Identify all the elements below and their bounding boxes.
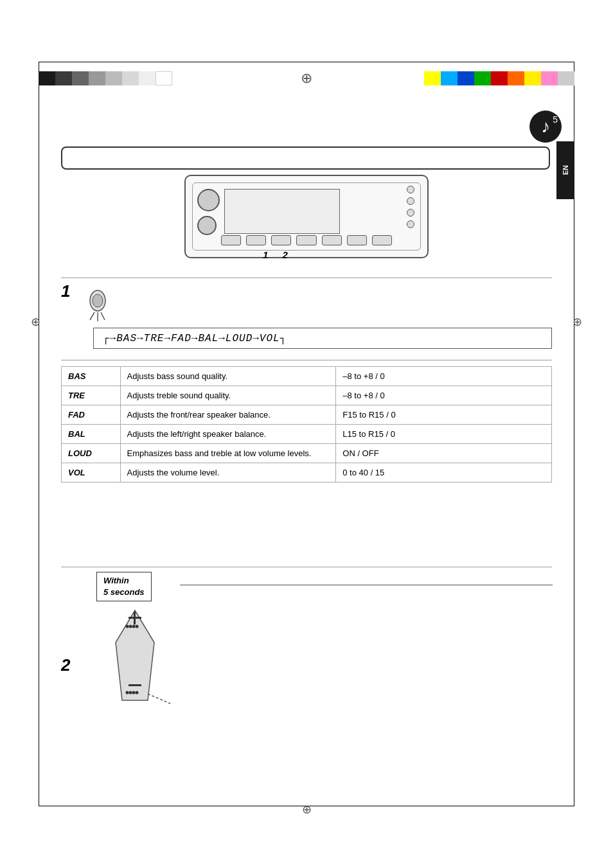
swatch-gray	[72, 71, 89, 85]
svg-point-1	[93, 294, 103, 307]
table-cell-range-tre: –8 to +8 / 0	[336, 386, 552, 405]
device-bottom-buttons	[221, 235, 392, 245]
swatch-white	[155, 71, 172, 85]
swatch-black	[39, 71, 55, 85]
color-bar: ⊕	[39, 69, 574, 87]
settings-table: BAS Adjusts bass sound quality. –8 to +8…	[61, 366, 552, 483]
device-btn-3	[407, 209, 414, 217]
arrow-sequence: ┌→BAS→TRE→FAD→BAL→LOUD→VOL┐	[93, 328, 552, 349]
swatch-pink	[541, 71, 558, 85]
device-screen	[224, 189, 340, 234]
device-btn-4	[407, 220, 414, 228]
color-bar-right	[424, 71, 574, 85]
table-row: LOUD Emphasizes bass and treble at low v…	[62, 444, 552, 463]
table-cell-desc-fad: Adjusts the front/rear speaker balance.	[120, 405, 336, 425]
device-label-1: 1	[263, 249, 268, 260]
svg-point-14	[129, 691, 132, 695]
table-cell-desc-bal: Adjusts the left/right speaker balance.	[120, 425, 336, 444]
swatch-light-gray	[105, 71, 122, 85]
device-labels: 1 2	[263, 249, 299, 260]
svg-point-15	[132, 691, 136, 695]
table-row: FAD Adjusts the front/rear speaker balan…	[62, 405, 552, 425]
table-row: BAS Adjusts bass sound quality. –8 to +8…	[62, 367, 552, 386]
swatch-red	[491, 71, 508, 85]
callout-line1: Within	[103, 575, 145, 587]
hr-1	[61, 278, 552, 278]
page-border-left	[39, 62, 39, 806]
svg-point-8	[126, 625, 129, 628]
step1-hand-icon	[80, 288, 116, 326]
device-btn-1	[407, 186, 414, 193]
table-row: VOL Adjusts the volume level. 0 to 40 / …	[62, 463, 552, 483]
svg-rect-7	[134, 612, 136, 624]
swatch-mid-gray	[89, 71, 105, 85]
swatch-yellow	[424, 71, 441, 85]
within-seconds-callout: Within 5 seconds	[96, 572, 152, 601]
swatch-bright-yellow	[524, 71, 541, 85]
swatch-green	[474, 71, 491, 85]
callout-line2: 5 seconds	[103, 587, 145, 598]
step2-number: 2	[61, 655, 70, 675]
device-knob-1	[197, 189, 220, 211]
table-cell-range-loud: ON / OFF	[336, 444, 552, 463]
page-border-top	[39, 62, 574, 62]
svg-line-4	[101, 312, 105, 320]
table-cell-range-fad: F15 to R15 / 0	[336, 405, 552, 425]
swatch-lighter-gray	[122, 71, 139, 85]
swatch-gray2	[558, 71, 574, 85]
table-cell-range-bas: –8 to +8 / 0	[336, 367, 552, 386]
table-cell-setting-vol: VOL	[62, 463, 121, 483]
device-illustration: 1 2	[116, 175, 497, 271]
swatch-near-white	[139, 71, 155, 85]
dev-btn-d	[296, 235, 316, 245]
right-crosshair: ⊕	[573, 315, 582, 329]
hr-3	[61, 567, 552, 567]
bottom-center-crosshair: ⊕	[302, 802, 312, 817]
dev-btn-a	[221, 235, 241, 245]
swatch-orange	[508, 71, 524, 85]
dev-btn-c	[271, 235, 291, 245]
left-crosshair: ⊕	[31, 315, 40, 329]
table-cell-desc-vol: Adjusts the volume level.	[120, 463, 336, 483]
knob-svg	[96, 604, 173, 707]
table-cell-range-bal: L15 to R15 / 0	[336, 425, 552, 444]
table-cell-setting-loud: LOUD	[62, 444, 121, 463]
hr-2	[61, 360, 552, 360]
swatch-dark-gray	[55, 71, 72, 85]
table-row: BAL Adjusts the left/right speaker balan…	[62, 425, 552, 444]
swatch-cyan-blue	[441, 71, 458, 85]
svg-point-9	[129, 625, 132, 628]
table-cell-range-vol: 0 to 40 / 15	[336, 463, 552, 483]
callout-line	[180, 585, 553, 585]
table-cell-desc-bas: Adjusts bass sound quality.	[120, 367, 336, 386]
device-box: 1 2	[184, 175, 429, 258]
center-crosshair: ⊕	[301, 70, 312, 87]
svg-line-17	[148, 694, 170, 704]
volume-knob-illustration	[96, 604, 173, 709]
svg-line-2	[90, 312, 94, 320]
table-row: TRE Adjusts treble sound quality. –8 to …	[62, 386, 552, 405]
svg-point-16	[136, 691, 139, 695]
svg-point-10	[132, 625, 136, 628]
settings-table-element: BAS Adjusts bass sound quality. –8 to +8…	[61, 366, 552, 483]
step1-number: 1	[61, 281, 70, 301]
dev-btn-e	[322, 235, 342, 245]
table-cell-desc-loud: Emphasizes bass and treble at low volume…	[120, 444, 336, 463]
device-buttons	[407, 186, 414, 228]
device-knob-2	[197, 216, 217, 235]
top-banner	[61, 146, 550, 170]
table-cell-setting-fad: FAD	[62, 405, 121, 425]
arrow-sequence-text: ┌→BAS→TRE→FAD→BAL→LOUD→VOL┐	[103, 333, 287, 344]
device-label-2: 2	[283, 249, 288, 260]
dev-btn-g	[372, 235, 392, 245]
table-cell-desc-tre: Adjusts treble sound quality.	[120, 386, 336, 405]
table-cell-setting-bal: BAL	[62, 425, 121, 444]
music-note-icon: ♪ 5	[529, 111, 562, 143]
section-tab-label: EN	[562, 165, 569, 175]
svg-point-11	[136, 625, 139, 628]
dev-btn-b	[246, 235, 266, 245]
dev-btn-f	[347, 235, 367, 245]
table-cell-setting-tre: TRE	[62, 386, 121, 405]
device-btn-2	[407, 197, 414, 205]
svg-point-13	[126, 691, 129, 695]
